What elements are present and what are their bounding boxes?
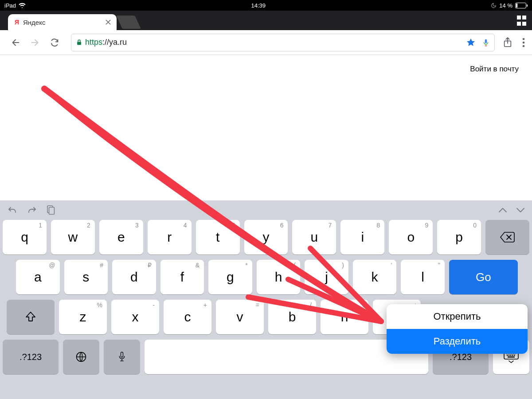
reload-button[interactable] [49, 37, 60, 48]
chevron-up-icon[interactable] [498, 207, 507, 213]
key-r[interactable]: r4 [148, 220, 192, 254]
browser-tab-bar: Я Яндекс [0, 11, 532, 30]
ios-status-bar: iPad 14:39 14 % [0, 0, 532, 11]
key-o[interactable]: o9 [389, 220, 433, 254]
menu-dots-icon[interactable] [522, 38, 525, 47]
key-p[interactable]: p0 [437, 220, 481, 254]
key-t[interactable]: t5 [196, 220, 240, 254]
svg-rect-22 [510, 355, 512, 356]
key-d[interactable]: d₽ [112, 260, 156, 294]
svg-rect-1 [516, 4, 517, 8]
backspace-key[interactable] [485, 220, 529, 254]
url-host: ://ya.ru [102, 38, 127, 47]
svg-rect-10 [49, 207, 55, 215]
address-bar[interactable]: https://ya.ru [71, 34, 495, 51]
svg-rect-25 [508, 356, 515, 358]
shift-key[interactable] [7, 300, 55, 334]
key-q[interactable]: q1 [3, 220, 47, 254]
key-c[interactable]: c+ [164, 300, 211, 334]
chevron-down-icon[interactable] [516, 207, 525, 213]
key-h[interactable]: h( [257, 260, 301, 294]
key-w[interactable]: w2 [51, 220, 95, 254]
redo-icon[interactable] [27, 206, 37, 215]
svg-point-8 [523, 45, 525, 47]
clock: 14:39 [26, 2, 491, 9]
split-keyboard-option[interactable]: Разделить [387, 329, 528, 354]
device-label: iPad [4, 2, 16, 9]
key-k[interactable]: k' [353, 260, 397, 294]
svg-point-7 [523, 41, 525, 43]
back-button[interactable] [10, 37, 21, 48]
battery-icon [515, 3, 528, 8]
svg-rect-3 [77, 42, 81, 45]
new-tab-button[interactable] [116, 16, 141, 29]
voice-search-icon[interactable] [482, 38, 490, 47]
key-n[interactable]: n; [321, 300, 368, 334]
share-icon[interactable] [503, 37, 512, 48]
key-x[interactable]: x- [111, 300, 159, 334]
svg-point-6 [523, 38, 525, 40]
key-u[interactable]: u7 [292, 220, 336, 254]
bookmark-star-icon[interactable] [466, 38, 476, 47]
key-f[interactable]: f& [160, 260, 204, 294]
lock-icon [76, 39, 82, 46]
svg-rect-21 [509, 355, 510, 356]
svg-rect-12 [121, 352, 123, 357]
dictation-key[interactable] [104, 340, 140, 374]
key-l[interactable]: l" [401, 260, 445, 294]
key-v[interactable]: v= [216, 300, 264, 334]
key-z[interactable]: z% [59, 300, 107, 334]
svg-rect-2 [527, 4, 528, 7]
keyboard-toolbar [0, 200, 532, 220]
close-tab-icon[interactable] [104, 18, 112, 26]
key-e[interactable]: e3 [99, 220, 143, 254]
tab-overview-icon[interactable] [516, 15, 526, 26]
svg-rect-20 [507, 355, 508, 356]
browser-toolbar: https://ya.ru [0, 30, 532, 55]
key-s[interactable]: s# [64, 260, 108, 294]
active-tab[interactable]: Я Яндекс [8, 14, 117, 30]
key-a[interactable]: a@ [16, 260, 60, 294]
url-scheme: https [85, 38, 102, 47]
battery-percent: 14 % [499, 2, 512, 9]
svg-rect-4 [485, 39, 487, 43]
do-not-disturb-icon [491, 3, 497, 8]
svg-rect-23 [512, 355, 513, 356]
globe-key[interactable] [63, 340, 99, 374]
sign-in-mail-link[interactable]: Войти в почту [470, 65, 519, 74]
go-key[interactable]: Go [449, 260, 518, 294]
forward-button[interactable] [29, 37, 41, 48]
wifi-icon [19, 3, 26, 8]
key-i[interactable]: i8 [340, 220, 384, 254]
key-b[interactable]: b/ [268, 300, 316, 334]
tab-title: Яндекс [23, 19, 104, 26]
clipboard-icon[interactable] [46, 205, 55, 215]
ios-keyboard: q1w2e3r4t5y6u7i8o9p0 a@s#d₽f&g*h(j)k'l"G… [0, 200, 532, 399]
key-g[interactable]: g* [208, 260, 252, 294]
undo-icon[interactable] [7, 206, 18, 215]
undock-keyboard-option[interactable]: Открепить [387, 304, 528, 329]
tab-favicon: Я [13, 19, 20, 26]
key-y[interactable]: y6 [244, 220, 288, 254]
svg-rect-24 [514, 355, 515, 356]
keyboard-options-popover: Открепить Разделить [387, 304, 528, 354]
space-key[interactable] [145, 340, 428, 374]
mode-switch-key-left[interactable]: .?123 [3, 340, 59, 374]
key-j[interactable]: j) [305, 260, 348, 294]
